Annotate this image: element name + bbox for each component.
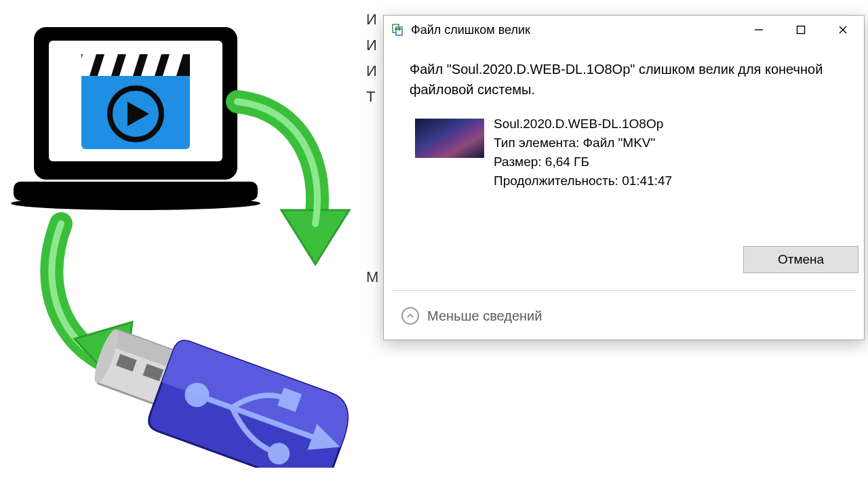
illustration-laptop-to-usb	[7, 20, 366, 468]
file-size: Размер: 6,64 ГБ	[494, 152, 672, 171]
less-details-toggle[interactable]: Меньше сведений	[401, 307, 542, 325]
usb-drive-icon	[82, 314, 357, 468]
svg-rect-24	[281, 391, 298, 409]
file-duration: Продолжительность: 01:41:47	[494, 171, 672, 190]
cancel-button[interactable]: Отмена	[743, 246, 859, 273]
copy-operation-icon	[392, 24, 404, 36]
file-too-large-dialog: Файл слишком велик Файл "Soul.2020.D.WEB…	[383, 15, 865, 340]
svg-point-22	[184, 383, 209, 407]
minimize-button[interactable]	[738, 16, 780, 44]
svg-rect-29	[797, 26, 805, 34]
dialog-body: Файл "Soul.2020.D.WEB-DL.1O8Op" слишком …	[384, 44, 864, 340]
background-text: И И И Т М	[366, 7, 378, 290]
close-button[interactable]	[822, 16, 864, 44]
file-type: Тип элемента: Файл "MKV"	[494, 134, 672, 152]
laptop-icon	[11, 27, 260, 210]
dialog-titlebar: Файл слишком велик	[384, 16, 864, 44]
less-details-label: Меньше сведений	[427, 308, 542, 324]
dialog-title: Файл слишком велик	[411, 23, 738, 37]
separator	[392, 290, 856, 291]
file-name: Soul.2020.D.WEB-DL.1O8Op	[494, 115, 672, 134]
file-thumbnail	[415, 119, 484, 158]
chevron-up-icon	[401, 307, 419, 325]
maximize-button[interactable]	[780, 16, 822, 44]
svg-point-13	[11, 197, 260, 210]
file-details-row: Soul.2020.D.WEB-DL.1O8Op Тип элемента: Ф…	[415, 115, 838, 190]
svg-point-25	[269, 443, 290, 464]
file-metadata: Soul.2020.D.WEB-DL.1O8Op Тип элемента: Ф…	[494, 115, 672, 190]
error-message: Файл "Soul.2020.D.WEB-DL.1O8Op" слишком …	[410, 59, 838, 100]
